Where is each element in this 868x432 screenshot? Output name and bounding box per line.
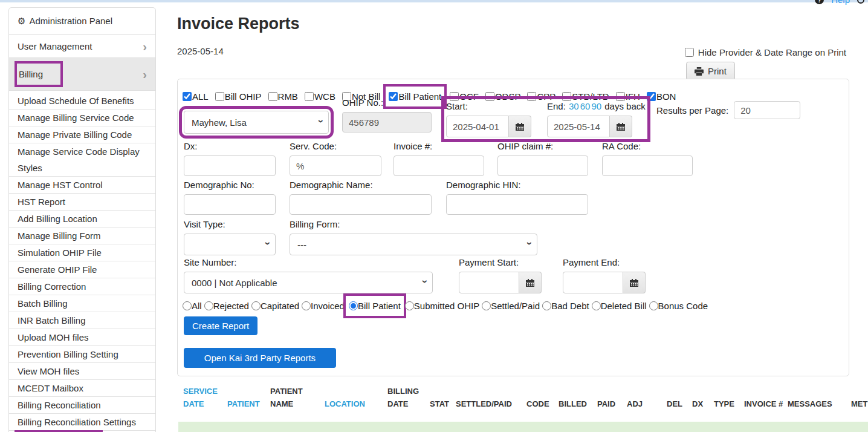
- sidebar-item[interactable]: Add Billing Location: [9, 210, 155, 227]
- serv-code-input[interactable]: [290, 155, 381, 176]
- table-column-header[interactable]: PAID: [597, 398, 627, 410]
- table-column-header[interactable]: MESSAGES: [788, 398, 851, 410]
- table-column-header[interactable]: TYPE: [714, 398, 744, 410]
- status-radio-option[interactable]: Bonus Code: [649, 301, 708, 311]
- payment-end-calendar-button[interactable]: [623, 272, 646, 293]
- logout-icon[interactable]: [857, 0, 864, 4]
- checkbox-input[interactable]: [485, 92, 494, 101]
- sidebar-item[interactable]: Billing Reconciliation Settings: [9, 413, 155, 430]
- billing-type-checkbox[interactable]: Bill OHIP: [215, 91, 262, 102]
- status-radio-option[interactable]: Deleted Bill: [592, 301, 647, 311]
- hide-print-option[interactable]: Hide Provider & Date Range on Print: [685, 47, 846, 57]
- radio-input[interactable]: [251, 301, 261, 310]
- checkbox-input[interactable]: [616, 92, 625, 101]
- table-column-header[interactable]: INVOICE #: [744, 398, 788, 410]
- table-column-header[interactable]: CODE: [526, 398, 559, 410]
- payment-start-input[interactable]: [459, 272, 519, 293]
- billing-type-checkbox[interactable]: BON: [647, 91, 676, 102]
- status-radio-option[interactable]: Bill Patient: [347, 297, 403, 315]
- table-column-header[interactable]: BILLING DATE: [387, 385, 430, 410]
- checkbox-input[interactable]: [305, 92, 314, 101]
- billing-type-checkbox[interactable]: CPP: [527, 91, 555, 102]
- table-column-header[interactable]: BILLED: [559, 398, 597, 410]
- payment-end-input[interactable]: [563, 272, 623, 293]
- checkbox-input[interactable]: [450, 92, 459, 101]
- start-calendar-button[interactable]: [509, 116, 531, 137]
- help-link[interactable]: Help: [831, 0, 850, 5]
- demographic-hin-input[interactable]: [446, 194, 588, 215]
- billing-type-checkbox[interactable]: RMB: [268, 91, 298, 102]
- visit-type-select[interactable]: ›: [184, 234, 276, 255]
- status-radio-option[interactable]: All: [183, 301, 202, 311]
- hide-print-checkbox[interactable]: [685, 48, 694, 57]
- radio-input[interactable]: [183, 301, 192, 310]
- sidebar-item[interactable]: Manage Billing Service Code: [9, 109, 155, 126]
- dx-input[interactable]: [184, 155, 276, 176]
- billing-type-checkbox[interactable]: ODSP: [485, 91, 521, 102]
- radio-input[interactable]: [649, 301, 658, 310]
- checkbox-input[interactable]: [562, 92, 571, 101]
- radio-input[interactable]: [349, 301, 358, 310]
- ohip-claim-input[interactable]: [497, 155, 588, 176]
- print-button[interactable]: Print: [686, 62, 735, 80]
- table-column-header[interactable]: MET: [851, 398, 868, 410]
- demographic-name-input[interactable]: [290, 194, 432, 215]
- checkbox-input[interactable]: [268, 92, 277, 101]
- table-column-header[interactable]: SERVICE DATE: [183, 385, 227, 410]
- results-per-page-input[interactable]: [734, 101, 800, 119]
- end-date-input[interactable]: [547, 116, 610, 137]
- sidebar-item[interactable]: Billing Reconciliation: [9, 396, 155, 413]
- table-column-header[interactable]: PATIENT: [227, 398, 270, 410]
- sidebar-item[interactable]: View MOH files: [9, 362, 155, 379]
- status-radio-option[interactable]: Bad Debt: [542, 301, 589, 311]
- sidebar-item[interactable]: MCEDT Mailbox: [9, 379, 155, 396]
- sidebar-item[interactable]: Manage Private Billing Code: [9, 126, 155, 143]
- status-radio-option[interactable]: Submitted OHIP: [405, 301, 479, 311]
- sidebar-item[interactable]: Manage HST Control: [9, 176, 155, 193]
- billing-form-select[interactable]: --- ›: [290, 234, 537, 255]
- radio-input[interactable]: [204, 301, 213, 310]
- checkbox-input[interactable]: [647, 92, 656, 101]
- sidebar-item[interactable]: Batch Billing: [9, 295, 155, 312]
- table-row[interactable]: [178, 422, 868, 432]
- table-column-header[interactable]: SETTLED/PAID: [456, 398, 526, 410]
- status-radio-option[interactable]: Invoiced: [302, 301, 345, 311]
- start-date-input[interactable]: [446, 116, 509, 137]
- sidebar-group[interactable]: User Management ›: [9, 35, 155, 58]
- ra-code-input[interactable]: [602, 155, 693, 176]
- sidebar-item[interactable]: Billing Correction: [9, 278, 155, 295]
- billing-type-checkbox[interactable]: IFH: [616, 91, 640, 102]
- radio-input[interactable]: [592, 301, 601, 310]
- sidebar-item[interactable]: Generate OHIP File: [9, 261, 155, 278]
- sidebar-item[interactable]: Upload MOH files: [9, 329, 155, 345]
- create-report-button[interactable]: Create Report: [184, 316, 257, 335]
- radio-input[interactable]: [542, 301, 551, 310]
- table-column-header[interactable]: PATIENT NAME: [270, 385, 325, 410]
- radio-input[interactable]: [482, 301, 491, 310]
- table-column-header[interactable]: LOCATION: [325, 398, 387, 410]
- checkbox-input[interactable]: [183, 92, 192, 101]
- billing-type-checkbox[interactable]: STD/LTD: [562, 91, 609, 102]
- billing-type-checkbox[interactable]: OCF: [450, 91, 479, 102]
- demographic-no-input[interactable]: [184, 194, 276, 215]
- site-number-select[interactable]: 0000 | Not Applicable ›: [184, 272, 433, 293]
- table-column-header[interactable]: ADJ: [627, 398, 667, 410]
- days-back-link[interactable]: 30: [569, 101, 579, 111]
- open-kai-reports-button[interactable]: Open Kai 3rd Party Reports: [184, 348, 336, 368]
- days-back-link[interactable]: 60: [580, 101, 591, 111]
- billing-type-checkbox[interactable]: WCB: [305, 91, 335, 102]
- provider-select[interactable]: Mayhew, Lisa ›: [184, 111, 329, 134]
- status-radio-option[interactable]: Settled/Paid: [482, 301, 540, 311]
- checkbox-input[interactable]: [527, 92, 536, 101]
- sidebar-item[interactable]: Simulation OHIP File: [9, 244, 155, 261]
- sidebar-item[interactable]: Upload Schedule Of Benefits: [9, 93, 155, 109]
- invoice-no-input[interactable]: [394, 155, 484, 176]
- sidebar-group[interactable]: Billing ›: [9, 58, 155, 91]
- sidebar-item[interactable]: Prevention Billing Setting: [9, 345, 155, 362]
- radio-input[interactable]: [302, 301, 311, 310]
- table-column-header[interactable]: DEL: [667, 398, 692, 410]
- billing-type-checkbox[interactable]: ALL: [183, 91, 209, 102]
- sidebar-item[interactable]: Manage Service Code Display Styles: [9, 143, 155, 176]
- table-column-header[interactable]: STAT: [430, 398, 456, 410]
- sidebar-item[interactable]: Manage Billing Form: [9, 227, 155, 244]
